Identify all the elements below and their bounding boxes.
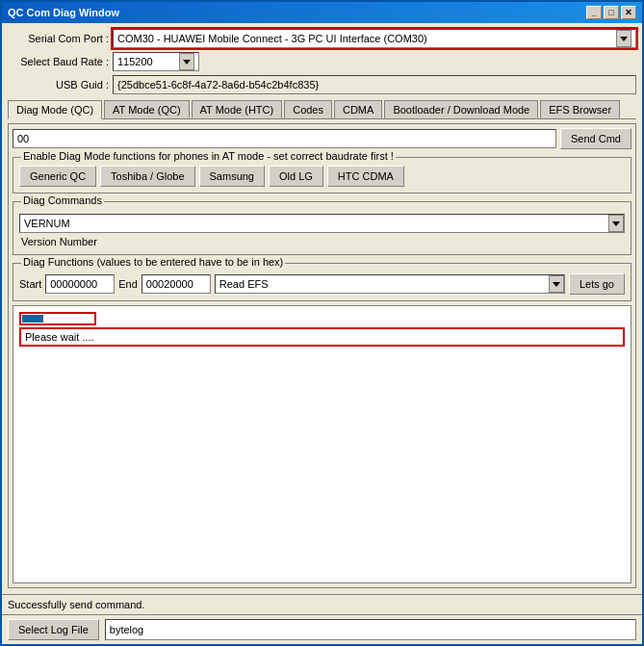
tab-diag-qc[interactable]: Diag Mode (QC) [8,100,102,119]
main-content: Serial Com Port : COM30 - HUAWEI Mobile … [2,23,642,594]
progress-bar-fill [22,315,43,323]
diag-cmd-sub: Version Number [19,235,625,248]
maximize-button[interactable]: □ [604,6,619,19]
tab-at-qc[interactable]: AT Mode (QC) [104,100,190,118]
start-input[interactable] [45,274,115,294]
func-combo-arrow-icon [553,282,560,287]
diag-cmd-value: VERNUM [20,217,608,230]
title-bar: QC Com Diag Window _ □ ✕ [2,2,642,23]
lets-go-button[interactable]: Lets go [569,273,625,295]
usb-guid-value: {25dbce51-6c8f-4a72-8a6d-b54c2b4fc835} [113,75,636,94]
please-wait-text: Please wait .... [19,327,625,347]
tab-bootloader[interactable]: Bootloader / Download Mode [384,100,538,118]
baud-rate-combo[interactable]: 115200 [113,52,199,71]
tab-efs[interactable]: EFS Browser [540,100,620,118]
title-bar-buttons: _ □ ✕ [586,6,636,19]
func-combo-arrow[interactable] [549,275,564,293]
func-value: Read EFS [216,277,549,291]
tab-panel-diag-qc: Send Cmd Enable Diag Mode functions for … [8,123,636,588]
minimize-button[interactable]: _ [586,6,602,19]
serial-port-arrow[interactable] [616,30,631,47]
baud-dropdown-arrow-icon [183,60,191,65]
diag-commands-row: VERNUM [19,214,625,233]
command-row: Send Cmd [13,128,631,149]
end-label: End [118,278,138,290]
tab-codes[interactable]: Codes [284,100,332,118]
diag-functions-title: Diag Functions (values to be entered hav… [21,256,285,268]
diag-functions-groupbox: Diag Functions (values to be entered hav… [13,263,631,301]
serial-port-value: COM30 - HUAWEI Mobile Connect - 3G PC UI… [117,33,616,44]
tab-at-htc[interactable]: AT Mode (HTC) [192,100,283,118]
output-area: Please wait .... [13,305,631,583]
baud-rate-arrow[interactable] [179,53,194,70]
tab-bar: Diag Mode (QC) AT Mode (QC) AT Mode (HTC… [8,100,636,119]
samsung-button[interactable]: Samsung [199,166,265,187]
close-button[interactable]: ✕ [621,6,636,19]
serial-port-row: Serial Com Port : COM30 - HUAWEI Mobile … [8,29,636,48]
diag-func-row: Start End Read EFS Lets go [19,273,625,295]
send-cmd-button[interactable]: Send Cmd [560,128,631,149]
command-input[interactable] [13,129,556,148]
diag-commands-groupbox: Diag Commands VERNUM Version Number [13,201,631,255]
func-combo[interactable]: Read EFS [215,274,565,294]
baud-rate-label: Select Baud Rate : [8,56,109,67]
diag-commands-title: Diag Commands [21,194,104,206]
bottom-bar: Select Log File [2,614,642,644]
main-window: QC Com Diag Window _ □ ✕ Serial Com Port… [0,0,644,646]
status-text: Successfully send command. [8,599,144,610]
at-mode-groupbox: Enable Diag Mode functions for phones in… [13,157,631,194]
diag-cmd-arrow[interactable] [608,215,624,232]
usb-guid-label: USB Guid : [8,79,109,90]
serial-port-combo[interactable]: COM30 - HUAWEI Mobile Connect - 3G PC UI… [113,29,636,48]
progress-bar-container [19,312,96,325]
htc-cdma-button[interactable]: HTC CDMA [327,166,404,187]
tab-cdma[interactable]: CDMA [334,100,382,118]
diag-cmd-arrow-icon [612,221,620,226]
status-bar: Successfully send command. [2,594,642,614]
usb-guid-row: USB Guid : {25dbce51-6c8f-4a72-8a6d-b54c… [8,75,636,94]
window-title: QC Com Diag Window [8,7,119,18]
at-mode-title: Enable Diag Mode functions for phones in… [21,150,396,162]
at-mode-buttons: Generic QC Toshiba / Globe Samsung Old L… [19,166,625,187]
dropdown-arrow-icon [620,37,628,41]
end-input[interactable] [142,274,211,294]
baud-rate-row: Select Baud Rate : 115200 [8,52,636,71]
baud-rate-value: 115200 [117,56,179,67]
start-label: Start [19,278,41,290]
generic-qc-button[interactable]: Generic QC [19,166,96,187]
log-input[interactable] [105,619,636,640]
select-log-button[interactable]: Select Log File [8,619,99,640]
toshiba-globe-button[interactable]: Toshiba / Globe [100,166,194,187]
old-lg-button[interactable]: Old LG [269,166,323,187]
diag-cmd-combo[interactable]: VERNUM [19,214,625,233]
serial-port-label: Serial Com Port : [8,33,109,44]
